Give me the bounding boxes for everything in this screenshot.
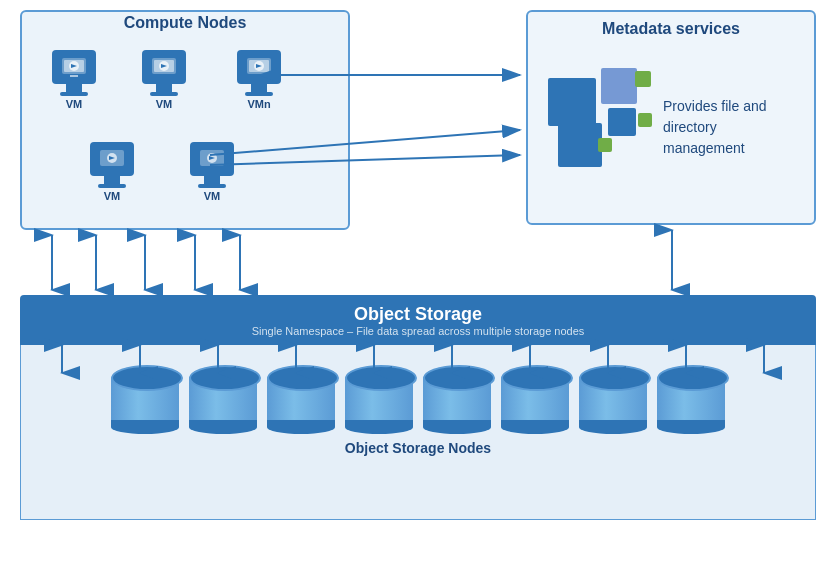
metadata-box: Metadata services Provides file anddirec… (526, 10, 816, 225)
object-storage-subtitle: Single Namespace – File data spread acro… (252, 325, 585, 337)
monitor-icon-4 (90, 142, 134, 176)
vm-label-4: VM (104, 190, 121, 202)
metadata-content: Provides file anddirectorymanagement (528, 42, 814, 213)
storage-cylinder-4 (345, 375, 413, 430)
vm-icon-1: VM (52, 50, 96, 110)
cylinder-6 (501, 375, 569, 430)
cylinder-2 (189, 375, 257, 430)
vm-label-1: VM (66, 98, 83, 110)
storage-area: Object Storage Nodes (20, 345, 816, 520)
vm-label-2: VM (156, 98, 173, 110)
monitor-icon-5 (190, 142, 234, 176)
diagram-container: Compute Nodes VM (0, 0, 836, 569)
metadata-title: Metadata services (528, 12, 814, 42)
vm-label-5: VM (204, 190, 221, 202)
vm-icon-5: VM (190, 142, 234, 202)
cylinders-row (111, 375, 725, 430)
compute-nodes-title: Compute Nodes (116, 10, 255, 36)
cylinder-1 (111, 375, 179, 430)
cylinder-4 (345, 375, 413, 430)
metadata-squares (543, 63, 653, 193)
object-storage-nodes-label: Object Storage Nodes (345, 440, 491, 456)
vm-icon-2: VM (142, 50, 186, 110)
monitor-icon-2 (142, 50, 186, 84)
object-storage-title: Object Storage (354, 304, 482, 325)
vm-label-3: VMn (247, 98, 270, 110)
cylinder-5 (423, 375, 491, 430)
storage-cylinder-7 (579, 375, 647, 430)
svg-rect-2 (70, 75, 78, 77)
storage-cylinder-6 (501, 375, 569, 430)
monitor-icon-3 (237, 50, 281, 84)
vm-icon-4: VM (90, 142, 134, 202)
storage-cylinder-5 (423, 375, 491, 430)
storage-cylinder-3 (267, 375, 335, 430)
metadata-description: Provides file anddirectorymanagement (663, 96, 767, 159)
object-storage-banner: Object Storage Single Namespace – File d… (20, 295, 816, 345)
monitor-icon-1 (52, 50, 96, 84)
cylinder-8 (657, 375, 725, 430)
vm-icon-3: VMn (237, 50, 281, 110)
storage-cylinder-8 (657, 375, 725, 430)
cylinder-7 (579, 375, 647, 430)
storage-cylinder-2 (189, 375, 257, 430)
compute-nodes-box: Compute Nodes VM (20, 10, 350, 230)
storage-cylinder-1 (111, 375, 179, 430)
cylinder-3 (267, 375, 335, 430)
